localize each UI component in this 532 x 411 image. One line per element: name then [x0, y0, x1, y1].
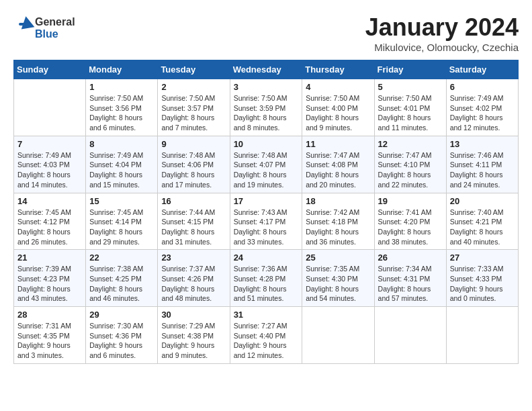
day-number: 31: [234, 310, 299, 320]
title-area: January 2024 Mikulovice, Olomoucky, Czec…: [365, 13, 519, 53]
day-cell: 9Sunrise: 7:48 AMSunset: 4:06 PMDaylight…: [158, 136, 230, 193]
day-cell: [374, 307, 446, 364]
day-cell: 29Sunrise: 7:30 AMSunset: 4:36 PMDayligh…: [86, 307, 158, 364]
day-cell: [446, 307, 518, 364]
day-number: 19: [378, 196, 443, 206]
day-number: 24: [234, 253, 299, 263]
day-cell: 6Sunrise: 7:49 AMSunset: 4:02 PMDaylight…: [446, 79, 518, 136]
header-monday: Monday: [86, 60, 158, 79]
svg-rect-3: [19, 23, 31, 26]
day-info: Sunrise: 7:43 AMSunset: 4:17 PMDaylight:…: [234, 208, 299, 247]
day-cell: [302, 307, 374, 364]
day-cell: 25Sunrise: 7:35 AMSunset: 4:30 PMDayligh…: [302, 250, 374, 307]
header-saturday: Saturday: [446, 60, 518, 79]
day-cell: 19Sunrise: 7:41 AMSunset: 4:20 PMDayligh…: [374, 193, 446, 250]
day-info: Sunrise: 7:36 AMSunset: 4:28 PMDaylight:…: [234, 264, 299, 304]
month-title: January 2024: [365, 13, 519, 42]
day-cell: 17Sunrise: 7:43 AMSunset: 4:17 PMDayligh…: [230, 193, 302, 250]
day-cell: 7Sunrise: 7:49 AMSunset: 4:03 PMDaylight…: [14, 136, 86, 193]
logo: General Blue: [13, 13, 87, 44]
day-number: 7: [17, 139, 82, 149]
day-cell: 16Sunrise: 7:44 AMSunset: 4:15 PMDayligh…: [158, 193, 230, 250]
day-info: Sunrise: 7:50 AMSunset: 4:01 PMDaylight:…: [378, 93, 443, 133]
day-cell: 28Sunrise: 7:31 AMSunset: 4:35 PMDayligh…: [14, 307, 86, 364]
header: General Blue January 2024 Mikulovice, Ol…: [13, 13, 519, 53]
day-number: 26: [378, 253, 443, 263]
svg-text:Blue: Blue: [35, 28, 58, 40]
day-cell: 23Sunrise: 7:37 AMSunset: 4:26 PMDayligh…: [158, 250, 230, 307]
day-number: 27: [450, 253, 515, 263]
day-info: Sunrise: 7:48 AMSunset: 4:07 PMDaylight:…: [234, 150, 299, 190]
day-cell: 3Sunrise: 7:50 AMSunset: 3:59 PMDaylight…: [230, 79, 302, 136]
day-number: 13: [450, 139, 515, 149]
day-number: 4: [306, 82, 370, 92]
day-number: 3: [234, 82, 299, 92]
day-number: 15: [89, 196, 154, 206]
day-info: Sunrise: 7:37 AMSunset: 4:26 PMDaylight:…: [161, 264, 226, 304]
day-cell: 18Sunrise: 7:42 AMSunset: 4:18 PMDayligh…: [302, 193, 374, 250]
day-cell: 5Sunrise: 7:50 AMSunset: 4:01 PMDaylight…: [374, 79, 446, 136]
day-info: Sunrise: 7:29 AMSunset: 4:38 PMDaylight:…: [161, 321, 226, 361]
day-cell: 4Sunrise: 7:50 AMSunset: 4:00 PMDaylight…: [302, 79, 374, 136]
day-number: 18: [306, 196, 370, 206]
day-info: Sunrise: 7:30 AMSunset: 4:36 PMDaylight:…: [89, 321, 154, 361]
day-cell: 20Sunrise: 7:40 AMSunset: 4:21 PMDayligh…: [446, 193, 518, 250]
svg-marker-2: [19, 15, 35, 29]
day-cell: 1Sunrise: 7:50 AMSunset: 3:56 PMDaylight…: [86, 79, 158, 136]
calendar-table: SundayMondayTuesdayWednesdayThursdayFrid…: [13, 60, 519, 364]
day-info: Sunrise: 7:35 AMSunset: 4:30 PMDaylight:…: [306, 264, 370, 304]
day-cell: 8Sunrise: 7:49 AMSunset: 4:04 PMDaylight…: [86, 136, 158, 193]
header-thursday: Thursday: [302, 60, 374, 79]
day-info: Sunrise: 7:50 AMSunset: 4:00 PMDaylight:…: [306, 93, 370, 133]
day-number: 22: [89, 253, 154, 263]
day-info: Sunrise: 7:47 AMSunset: 4:08 PMDaylight:…: [306, 150, 370, 190]
day-number: 6: [450, 82, 515, 92]
header-tuesday: Tuesday: [158, 60, 230, 79]
day-cell: 21Sunrise: 7:39 AMSunset: 4:23 PMDayligh…: [14, 250, 86, 307]
day-info: Sunrise: 7:45 AMSunset: 4:12 PMDaylight:…: [17, 208, 82, 247]
day-number: 16: [161, 196, 226, 206]
day-cell: 22Sunrise: 7:38 AMSunset: 4:25 PMDayligh…: [86, 250, 158, 307]
day-info: Sunrise: 7:45 AMSunset: 4:14 PMDaylight:…: [89, 208, 154, 247]
week-row-4: 21Sunrise: 7:39 AMSunset: 4:23 PMDayligh…: [14, 250, 519, 307]
day-cell: 10Sunrise: 7:48 AMSunset: 4:07 PMDayligh…: [230, 136, 302, 193]
day-number: 1: [89, 82, 154, 92]
week-row-5: 28Sunrise: 7:31 AMSunset: 4:35 PMDayligh…: [14, 307, 519, 364]
day-cell: 12Sunrise: 7:47 AMSunset: 4:10 PMDayligh…: [374, 136, 446, 193]
day-info: Sunrise: 7:49 AMSunset: 4:03 PMDaylight:…: [17, 150, 82, 190]
day-cell: 31Sunrise: 7:27 AMSunset: 4:40 PMDayligh…: [230, 307, 302, 364]
header-friday: Friday: [374, 60, 446, 79]
day-cell: 2Sunrise: 7:50 AMSunset: 3:57 PMDaylight…: [158, 79, 230, 136]
day-number: 10: [234, 139, 299, 149]
day-info: Sunrise: 7:50 AMSunset: 3:56 PMDaylight:…: [89, 93, 154, 133]
logo-svg: General Blue: [13, 13, 87, 44]
day-info: Sunrise: 7:38 AMSunset: 4:25 PMDaylight:…: [89, 264, 154, 304]
day-number: 20: [450, 196, 515, 206]
day-info: Sunrise: 7:27 AMSunset: 4:40 PMDaylight:…: [234, 321, 299, 361]
day-number: 23: [161, 253, 226, 263]
day-number: 9: [161, 139, 226, 149]
day-info: Sunrise: 7:50 AMSunset: 3:57 PMDaylight:…: [161, 93, 226, 133]
day-number: 28: [17, 310, 82, 320]
calendar-header: SundayMondayTuesdayWednesdayThursdayFrid…: [14, 60, 519, 79]
day-info: Sunrise: 7:48 AMSunset: 4:06 PMDaylight:…: [161, 150, 226, 190]
day-info: Sunrise: 7:44 AMSunset: 4:15 PMDaylight:…: [161, 208, 226, 247]
day-number: 25: [306, 253, 370, 263]
header-row: SundayMondayTuesdayWednesdayThursdayFrid…: [14, 60, 519, 79]
day-number: 5: [378, 82, 443, 92]
day-number: 30: [161, 310, 226, 320]
day-cell: 30Sunrise: 7:29 AMSunset: 4:38 PMDayligh…: [158, 307, 230, 364]
day-cell: 13Sunrise: 7:46 AMSunset: 4:11 PMDayligh…: [446, 136, 518, 193]
day-number: 11: [306, 139, 370, 149]
day-info: Sunrise: 7:49 AMSunset: 4:02 PMDaylight:…: [450, 93, 515, 133]
day-number: 17: [234, 196, 299, 206]
day-number: 14: [17, 196, 82, 206]
day-info: Sunrise: 7:49 AMSunset: 4:04 PMDaylight:…: [89, 150, 154, 190]
header-wednesday: Wednesday: [230, 60, 302, 79]
day-cell: 14Sunrise: 7:45 AMSunset: 4:12 PMDayligh…: [14, 193, 86, 250]
day-number: 21: [17, 253, 82, 263]
day-info: Sunrise: 7:40 AMSunset: 4:21 PMDaylight:…: [450, 208, 515, 247]
day-info: Sunrise: 7:39 AMSunset: 4:23 PMDaylight:…: [17, 264, 82, 304]
day-number: 2: [161, 82, 226, 92]
calendar-body: 1Sunrise: 7:50 AMSunset: 3:56 PMDaylight…: [14, 79, 519, 364]
